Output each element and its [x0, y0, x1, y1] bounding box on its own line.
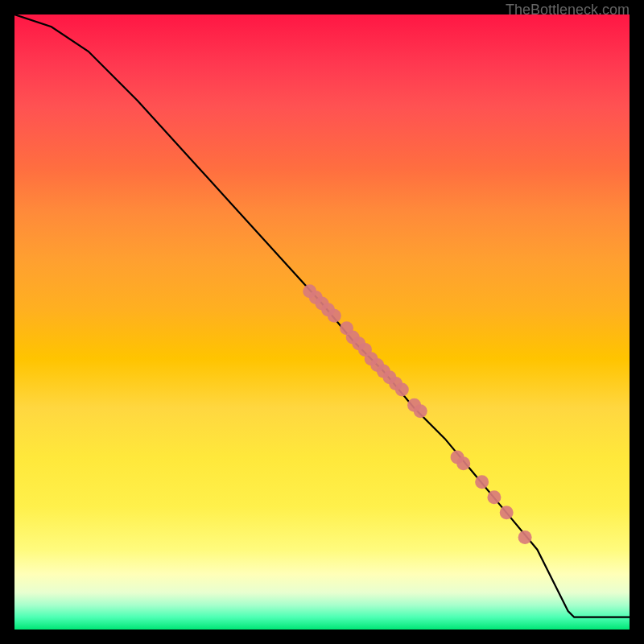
data-point — [456, 456, 470, 470]
watermark-text: TheBottleneck.com — [506, 2, 630, 19]
chart-points-group — [303, 284, 531, 544]
data-point — [414, 404, 427, 418]
chart-line — [14, 14, 630, 617]
chart-overlay — [14, 14, 630, 630]
data-point — [395, 383, 409, 397]
data-point — [500, 506, 514, 519]
data-point — [518, 530, 532, 544]
data-point — [487, 490, 501, 504]
data-point — [328, 309, 341, 323]
data-point — [475, 475, 489, 489]
